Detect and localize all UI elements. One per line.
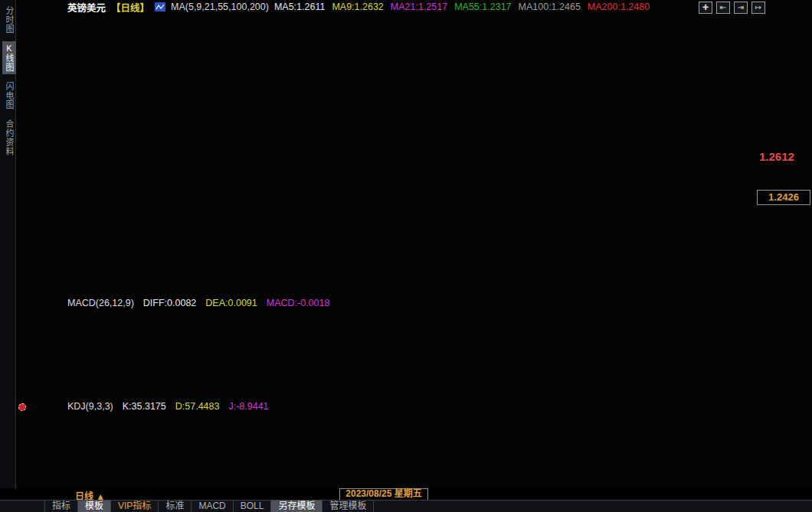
bottom-tab-6[interactable]: BOLL [234, 501, 272, 512]
sidebar-item-2[interactable]: K线图 [2, 41, 16, 74]
crosshair-date-box: 2023/08/25 星期五 [339, 488, 428, 501]
kdj-title: KDJ(9,3,3) [67, 401, 113, 412]
period-tag: 【日线】 [111, 0, 149, 15]
macd-hist-value: MACD:-0.0018 [267, 298, 330, 308]
ma-legend: MA5:1.2611MA9:1.2632MA21:1.2517MA55:1.23… [274, 2, 650, 12]
sidebar-item-3[interactable]: 闪电图 [2, 80, 16, 112]
shift-right-icon[interactable]: ↦ [751, 2, 765, 14]
mini-chart-icon[interactable] [155, 2, 165, 11]
current-price-axis-label: 1.2612 [759, 150, 794, 163]
kdj-panel-header: KDJ(9,3,3) K:35.3175 D:57.4483 J:-8.9441 [67, 401, 269, 412]
symbol-name: 英镑美元 [67, 0, 106, 15]
left-sidebar: 分时图K线图闪电图合约资料 [0, 0, 16, 488]
ma-params-label: MA(5,9,21,55,100,200) [171, 2, 269, 12]
bottom-tab-1[interactable]: 指标 [44, 501, 78, 512]
bottom-tab-4[interactable]: 标准 [159, 501, 192, 512]
scale-right-icon[interactable]: ⇥ [734, 2, 748, 14]
sidebar-item-4[interactable]: 合约资料 [2, 117, 16, 158]
kdj-k-value: K:35.3175 [123, 401, 166, 412]
bottom-tab-5[interactable]: MACD [192, 501, 233, 512]
macd-diff-value: DIFF:0.0082 [143, 298, 196, 308]
pan-icon[interactable]: ✚ [699, 2, 712, 14]
chart-header: 英镑美元 【日线】 MA(5,9,21,55,100,200) MA5:1.26… [67, 1, 650, 13]
bottom-tab-bar: 指标模板VIP指标标准MACDBOLL另存模板管理模板 [0, 500, 812, 512]
ma-legend-item: MA200:1.2480 [588, 2, 650, 12]
chart-toolbar: ✚⇤⇥↦ [699, 2, 765, 14]
chart-canvas[interactable] [0, 0, 812, 488]
trading-app-window: 分时图K线图闪电图合约资料 英镑美元 【日线】 MA(5,9,21,55,100… [0, 0, 812, 512]
sidebar-item-1[interactable]: 分时图 [2, 4, 16, 36]
bottom-tab-2[interactable]: 模板 [78, 501, 111, 512]
crosshair-price-box: 1.2426 [757, 190, 810, 205]
ma-legend-item: MA21:1.2517 [391, 2, 447, 12]
scale-left-icon[interactable]: ⇤ [716, 2, 730, 14]
bottom-tab-3[interactable]: VIP指标 [111, 501, 159, 512]
macd-panel-header: MACD(26,12,9) DIFF:0.0082 DEA:0.0091 MAC… [67, 298, 329, 308]
bottom-tab-7[interactable]: 另存模板 [271, 501, 323, 512]
ma-legend-item: MA9:1.2632 [332, 2, 383, 12]
kdj-d-value: D:57.4483 [175, 401, 220, 412]
macd-dea-value: DEA:0.0091 [205, 298, 257, 308]
ma-legend-item: MA5:1.2611 [274, 2, 325, 12]
ma-legend-item: MA100:1.2465 [519, 2, 581, 12]
bottom-tab-8[interactable]: 管理模板 [323, 501, 374, 512]
macd-title: MACD(26,12,9) [67, 298, 134, 308]
alarm-icon[interactable] [18, 403, 26, 411]
kdj-j-value: J:-8.9441 [228, 401, 268, 412]
ma-legend-item: MA55:1.2317 [454, 2, 511, 12]
